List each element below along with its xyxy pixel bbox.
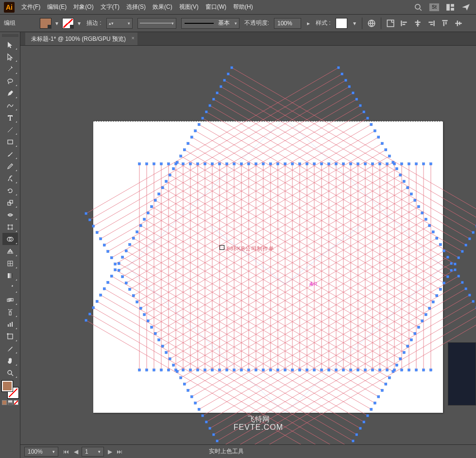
svg-rect-413 — [472, 231, 475, 234]
tool-paintbrush[interactable] — [2, 148, 18, 160]
tool-perspective[interactable] — [2, 245, 18, 257]
menu-text[interactable]: 文字(T) — [101, 3, 119, 11]
tool-rotate[interactable] — [2, 184, 18, 196]
stroke-dropdown-icon[interactable]: ▾ — [77, 20, 82, 27]
style-caret-icon[interactable]: ▾ — [352, 20, 357, 27]
tool-width[interactable] — [2, 209, 18, 221]
align-hcenter-icon[interactable] — [413, 19, 422, 28]
document-tab[interactable]: 未标题-1* @ 100% (RGB/GPU 预览) × — [25, 33, 137, 45]
svg-rect-340 — [85, 319, 87, 321]
fill-stroke-indicator[interactable] — [2, 381, 18, 398]
menu-view[interactable]: 视图(V) — [179, 3, 199, 11]
tool-slice[interactable] — [2, 342, 18, 354]
tool-eyedropper[interactable] — [2, 282, 18, 294]
svg-rect-327 — [212, 433, 215, 436]
svg-rect-355 — [366, 414, 369, 417]
send-icon[interactable] — [461, 3, 470, 12]
prev-page-icon[interactable]: ◀ — [72, 447, 80, 456]
color-mode-solid[interactable] — [2, 400, 7, 405]
fill-dropdown-icon[interactable]: ▾ — [54, 20, 59, 27]
color-mode-none[interactable] — [14, 400, 18, 405]
tool-artboard[interactable] — [2, 330, 18, 342]
profile-input[interactable]: ▾ — [137, 18, 176, 29]
last-page-icon[interactable]: ⏭ — [116, 447, 123, 456]
svg-rect-43 — [9, 312, 11, 315]
color-mode-gradient[interactable] — [8, 400, 13, 405]
svg-point-23 — [8, 79, 13, 82]
menu-help[interactable]: 帮助(H) — [233, 3, 253, 11]
menu-object[interactable]: 对象(O) — [73, 3, 93, 11]
tool-magic-wand[interactable] — [2, 63, 18, 75]
tool-direct-selection[interactable] — [2, 51, 18, 63]
canvas-stage[interactable]: 888KB公司制作单 AR 飞特网 FEVTE.COM — [20, 46, 476, 444]
tool-selection[interactable] — [2, 38, 18, 51]
stroke-weight-input[interactable]: ▴▾▾ — [106, 18, 133, 29]
panel-thumbnail[interactable] — [448, 342, 476, 405]
opacity-input[interactable]: 100% — [274, 18, 301, 29]
tool-hand[interactable] — [2, 354, 18, 367]
menu-select[interactable]: 选择(S) — [126, 3, 146, 11]
stroke-swatch[interactable] — [62, 18, 74, 29]
tool-scale[interactable] — [2, 196, 18, 209]
tool-zoom[interactable] — [2, 367, 18, 379]
tool-curvature[interactable] — [2, 99, 18, 111]
panel-grip-icon[interactable] — [2, 34, 18, 37]
tool-type[interactable] — [2, 111, 18, 123]
search-icon[interactable] — [414, 3, 423, 12]
svg-rect-412 — [216, 92, 219, 94]
fill-indicator[interactable] — [2, 381, 13, 391]
tool-symbol-sprayer[interactable] — [2, 306, 18, 318]
svg-rect-19 — [445, 21, 446, 24]
tool-graph[interactable] — [2, 318, 18, 330]
page-nav: ⏮ ◀ 1▾ ▶ ⏭ — [62, 447, 123, 457]
tool-eraser[interactable] — [2, 172, 18, 184]
align-top-icon[interactable] — [441, 19, 449, 28]
svg-rect-401 — [450, 269, 453, 272]
close-tab-icon[interactable]: × — [131, 35, 134, 41]
tool-gradient[interactable] — [2, 269, 18, 282]
svg-rect-351 — [359, 427, 361, 429]
tool-blend[interactable] — [2, 294, 18, 306]
tool-line[interactable] — [2, 123, 18, 136]
recolor-icon[interactable] — [367, 19, 376, 28]
reference-point-icon[interactable] — [220, 245, 224, 250]
svg-rect-18 — [443, 21, 444, 26]
tool-pencil[interactable] — [2, 160, 18, 172]
tool-lasso[interactable] — [2, 75, 18, 87]
tool-pen[interactable] — [2, 87, 18, 99]
menu-window[interactable]: 窗口(W) — [205, 3, 226, 11]
tool-mesh[interactable] — [2, 257, 18, 269]
zoom-input[interactable]: 100%▾ — [24, 447, 58, 457]
menu-effect[interactable]: 效果(C) — [153, 3, 172, 11]
next-page-icon[interactable]: ▶ — [106, 447, 114, 456]
tool-rectangle[interactable] — [2, 136, 18, 148]
menu-edit[interactable]: 编辑(E) — [47, 3, 67, 11]
tool-shape-builder[interactable] — [2, 233, 18, 245]
page-input[interactable]: 1▾ — [82, 447, 104, 457]
brush-input[interactable]: 基本▾ — [181, 18, 239, 29]
align-vcenter-icon[interactable] — [454, 19, 463, 28]
svg-rect-44 — [8, 324, 9, 327]
style-swatch[interactable] — [336, 18, 347, 29]
tool-free-transform[interactable] — [2, 221, 18, 233]
first-page-icon[interactable]: ⏮ — [62, 447, 70, 456]
opacity-caret-icon[interactable]: ▸ — [306, 20, 311, 27]
svg-rect-25 — [8, 140, 13, 144]
doc-setup-icon[interactable] — [386, 19, 395, 28]
svg-rect-399 — [446, 276, 449, 278]
arrange-icon[interactable] — [446, 3, 455, 12]
svg-line-51 — [11, 374, 13, 376]
align-left-icon[interactable] — [400, 19, 408, 28]
stock-icon[interactable]: St — [429, 3, 439, 11]
fill-swatch[interactable] — [40, 18, 51, 29]
color-mode-row — [2, 400, 18, 405]
menu-file[interactable]: 文件(F) — [21, 3, 40, 11]
menu-bar: Ai 文件(F) 编辑(E) 对象(O) 文字(T) 选择(S) 效果(C) 视… — [0, 0, 476, 15]
svg-rect-2 — [446, 4, 450, 11]
svg-rect-20 — [455, 22, 462, 23]
align-right-icon[interactable] — [427, 19, 436, 28]
svg-rect-39 — [8, 273, 13, 278]
svg-rect-260 — [341, 73, 343, 75]
svg-rect-418 — [227, 73, 229, 75]
svg-rect-414 — [220, 86, 222, 88]
